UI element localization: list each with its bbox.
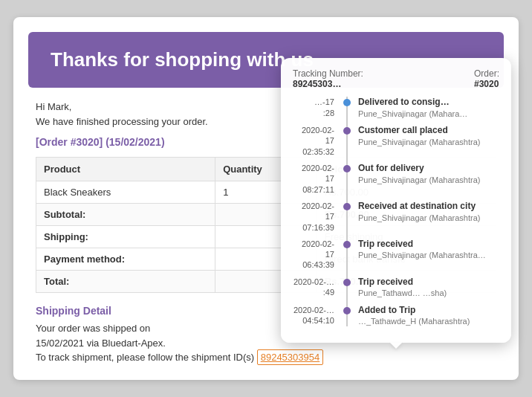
- event-details: Trip receivedPune_Tathawd… …sha): [351, 277, 499, 299]
- event-time: …-17:28: [293, 97, 343, 118]
- order-number-value: #3020: [474, 79, 499, 89]
- tracking-event: 2020-02-…04:54:10Added to Trip…_Tathawde…: [293, 305, 499, 327]
- event-time: 2020-02-…04:54:10: [293, 305, 343, 326]
- order-number-label: Order:: [474, 68, 499, 79]
- event-dot-icon: [343, 279, 351, 286]
- event-title: Received at destination city: [358, 201, 499, 213]
- event-location: Pune_Shivajinagar (Maharashtra…: [358, 250, 499, 260]
- item-product: Black Sneakers: [36, 181, 215, 204]
- event-details: Customer call placedPune_Shivajinagar (M…: [351, 125, 499, 147]
- event-dot-icon: [343, 99, 351, 106]
- event-title: Customer call placed: [358, 125, 499, 137]
- event-title: Delivered to consig…: [358, 97, 499, 109]
- tracking-event: 2020-02-1706:43:39Trip receivedPune_Shiv…: [293, 239, 499, 271]
- event-title: Out for delivery: [358, 163, 499, 175]
- event-details: Received at destination cityPune_Shivaji…: [351, 201, 499, 223]
- total-label: Total:: [36, 271, 215, 293]
- tracking-number-label: Tracking Number:: [293, 68, 363, 79]
- payment-label: Payment method:: [36, 248, 215, 271]
- col-product: Product: [36, 158, 215, 181]
- event-time: 2020-02-…:49: [293, 277, 343, 298]
- event-details: Trip receivedPune_Shivajinagar (Maharash…: [351, 239, 499, 261]
- shipping-label: Shipping:: [36, 226, 215, 248]
- event-dot-icon: [343, 165, 351, 172]
- shipping-text-1: Your order was shipped on: [36, 323, 150, 334]
- event-time: 2020-02-1702:35:32: [293, 125, 343, 157]
- event-location: Pune_Shivajinagar (Maharashtra): [358, 213, 499, 223]
- event-dot-icon: [343, 307, 351, 314]
- event-location: Pune_Shivajinagar (Mahara…: [358, 109, 499, 119]
- event-location: Pune_Shivajinagar (Maharashtra): [358, 137, 499, 147]
- tracking-event: 2020-02-…:49Trip receivedPune_Tathawd… ……: [293, 277, 499, 299]
- subtotal-label: Subtotal:: [36, 204, 215, 226]
- event-dot-icon: [343, 203, 351, 210]
- tracking-event: 2020-02-1702:35:32Customer call placedPu…: [293, 125, 499, 157]
- event-location: …_Tathawde_H (Maharashtra): [358, 316, 499, 326]
- event-details: Delivered to consig…Pune_Shivajinagar (M…: [351, 97, 499, 119]
- tracking-number-value: 89245303…: [293, 79, 363, 89]
- event-time: 2020-02-1707:16:39: [293, 201, 343, 233]
- tracking-number-block: Tracking Number: 89245303…: [293, 68, 363, 89]
- event-title: Added to Trip: [358, 305, 499, 317]
- event-location: Pune_Tathawd… …sha): [358, 288, 499, 298]
- shipping-text-3: To track shipment, please follow the shi…: [36, 352, 254, 363]
- tracking-event: …-17:28Delivered to consig…Pune_Shivajin…: [293, 97, 499, 119]
- event-dot-icon: [343, 241, 351, 248]
- event-details: Added to Trip…_Tathawde_H (Maharashtra): [351, 305, 499, 327]
- email-container: Thanks for shopping with us Hi Mark, We …: [13, 17, 519, 380]
- event-details: Out for deliveryPune_Shivajinagar (Mahar…: [351, 163, 499, 185]
- tracking-events: …-17:28Delivered to consig…Pune_Shivajin…: [293, 97, 499, 326]
- event-title: Trip received: [358, 277, 499, 288]
- event-location: Pune_Shivajinagar (Maharashtra): [358, 175, 499, 185]
- event-time: 2020-02-1708:27:11: [293, 163, 343, 195]
- tracking-popup: Tracking Number: 89245303… Order: #3020 …: [281, 58, 511, 343]
- shipping-text-2: 15/02/2021 via Bluedart-Apex.: [36, 338, 166, 349]
- event-dot-icon: [343, 127, 351, 135]
- event-title: Trip received: [358, 239, 499, 251]
- tracking-event: 2020-02-1708:27:11Out for deliveryPune_S…: [293, 163, 499, 195]
- tracking-event: 2020-02-1707:16:39Received at destinatio…: [293, 201, 499, 233]
- event-time: 2020-02-1706:43:39: [293, 239, 343, 271]
- tracking-link[interactable]: 89245303954: [257, 349, 324, 365]
- popup-header: Tracking Number: 89245303… Order: #3020: [293, 68, 499, 89]
- order-number-block: Order: #3020: [474, 68, 499, 89]
